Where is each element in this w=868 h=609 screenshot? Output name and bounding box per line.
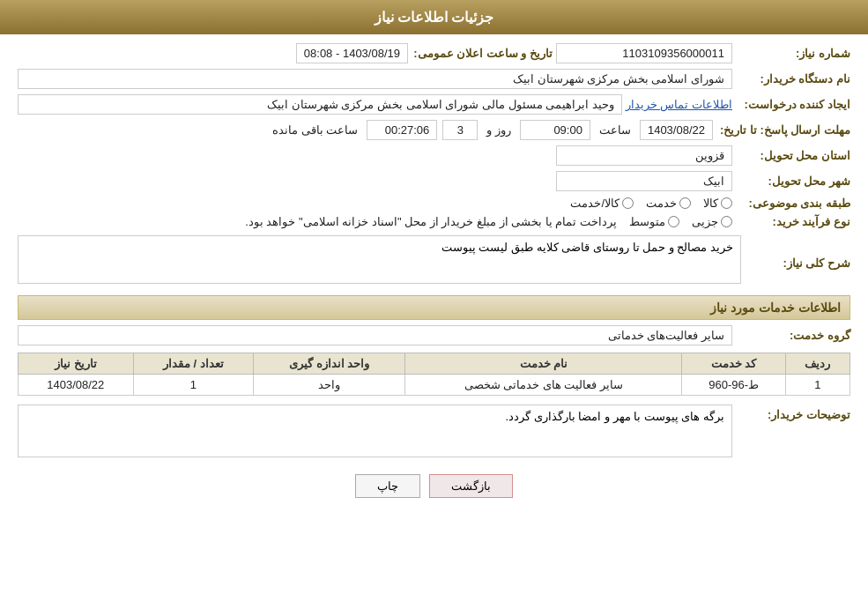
announcement-value: 1403/08/19 - 08:08 — [296, 43, 408, 63]
category-goods-label: کالا — [703, 197, 718, 210]
need-number-value: 1103109356000011 — [556, 43, 732, 63]
page-header: جزئیات اطلاعات نیاز — [0, 0, 868, 34]
cell-row: 1 — [785, 375, 849, 396]
purchase-partial-radio[interactable] — [721, 216, 732, 227]
deadline-days-label: روز و — [486, 123, 511, 137]
buyer-desc-label: توضیحات خریدار: — [736, 405, 850, 421]
province-row: استان محل تحویل: قزوین — [18, 145, 850, 166]
buyer-desc-wrapper — [18, 405, 732, 460]
service-group-row: گروه خدمت: سایر فعالیت‌های خدماتی — [18, 325, 850, 345]
button-row: بازگشت چاپ — [18, 474, 850, 498]
category-service-label: خدمت — [646, 197, 677, 210]
service-group-value: سایر فعالیت‌های خدماتی — [18, 325, 732, 345]
category-both-radio[interactable] — [622, 197, 634, 209]
services-table-section: ردیف کد خدمت نام خدمت واحد اندازه گیری ت… — [18, 353, 850, 396]
main-content: شماره نیاز: 1103109356000011 تاریخ و ساع… — [0, 34, 868, 516]
col-name: نام خدمت — [405, 353, 682, 375]
col-row-num: ردیف — [785, 353, 849, 375]
purchase-partial-item: جزیی — [692, 215, 732, 228]
city-row: شهر محل تحویل: ابیک — [18, 171, 850, 191]
services-section-header: اطلاعات خدمات مورد نیاز — [18, 295, 850, 320]
purchase-partial-label: جزیی — [692, 215, 718, 228]
city-value: ابیک — [556, 171, 732, 191]
category-label: طبقه بندی موضوعی: — [736, 197, 850, 210]
need-number-label: شماره نیاز: — [736, 47, 850, 60]
deadline-remaining: 00:27:06 — [367, 120, 437, 140]
service-group-label: گروه خدمت: — [736, 329, 850, 342]
category-goods-item: کالا — [703, 197, 732, 210]
province-label: استان محل تحویل: — [736, 149, 850, 162]
category-row: طبقه بندی موضوعی: کالا خدمت کالا/خدمت — [18, 197, 850, 210]
buyer-desc-row: توضیحات خریدار: — [18, 405, 850, 460]
page-wrapper: جزئیات اطلاعات نیاز شماره نیاز: 11031093… — [0, 0, 868, 609]
col-quantity: تعداد / مقدار — [133, 353, 254, 375]
purchase-medium-radio[interactable] — [668, 216, 679, 227]
services-section-title: اطلاعات خدمات مورد نیاز — [710, 301, 841, 315]
category-both-label: کالا/خدمت — [570, 197, 619, 210]
deadline-label: مهلت ارسال پاسخ: تا تاریخ: — [718, 123, 850, 137]
deadline-days: 3 — [442, 120, 478, 140]
description-section-row: شرح کلی نیاز: — [18, 235, 850, 286]
purchase-medium-item: متوسط — [629, 215, 679, 228]
deadline-date: 1403/08/22 — [640, 120, 713, 140]
cell-date: 1403/08/22 — [19, 375, 134, 396]
deadline-time-label: ساعت — [599, 123, 631, 137]
buyer-org-row: نام دستگاه خریدار: شورای اسلامی بخش مرکز… — [18, 69, 850, 89]
category-radio-group: کالا خدمت کالا/خدمت — [570, 197, 732, 210]
page-title: جزئیات اطلاعات نیاز — [375, 10, 494, 25]
deadline-remaining-label: ساعت باقی مانده — [272, 123, 358, 137]
cell-code: ط-96-960 — [682, 375, 785, 396]
col-unit: واحد اندازه گیری — [254, 353, 405, 375]
table-row: 1ط-96-960سایر فعالیت هاى خدماتى شخصىواحد… — [19, 375, 850, 396]
col-date: تاریخ نیاز — [19, 353, 134, 375]
purchase-type-label: نوع فرآیند خرید: — [736, 215, 850, 228]
buyer-org-label: نام دستگاه خریدار: — [736, 72, 850, 85]
col-code: کد خدمت — [682, 353, 785, 375]
creator-row: ایجاد کننده درخواست: اطلاعات تماس خریدار… — [18, 94, 850, 115]
creator-value: وحید ابراهیمی مسئول مالی شورای اسلامی بخ… — [18, 94, 622, 115]
table-header-row: ردیف کد خدمت نام خدمت واحد اندازه گیری ت… — [19, 353, 850, 375]
description-box-wrapper — [18, 235, 741, 286]
announcement-label: تاریخ و ساعت اعلان عمومی: — [412, 47, 553, 60]
buyer-desc-textarea[interactable] — [18, 405, 732, 457]
deadline-row: مهلت ارسال پاسخ: تا تاریخ: 1403/08/22 سا… — [18, 120, 850, 140]
services-table: ردیف کد خدمت نام خدمت واحد اندازه گیری ت… — [18, 353, 850, 396]
deadline-time: 09:00 — [520, 120, 590, 140]
description-section-label: شرح کلی نیاز: — [745, 253, 850, 270]
purchase-type-group: جزیی متوسط پرداخت تمام یا بخشی از مبلغ خ… — [18, 215, 732, 228]
creator-link[interactable]: اطلاعات تماس خریدار — [626, 98, 732, 111]
purchase-full-text: پرداخت تمام یا بخشی از مبلغ خریدار از مح… — [18, 215, 617, 228]
purchase-medium-label: متوسط — [629, 215, 665, 228]
category-service-item: خدمت — [646, 197, 691, 210]
cell-unit: واحد — [254, 375, 405, 396]
creator-label: ایجاد کننده درخواست: — [736, 98, 850, 111]
description-textarea[interactable] — [18, 235, 741, 284]
need-number-row: شماره نیاز: 1103109356000011 تاریخ و ساع… — [18, 43, 850, 63]
city-label: شهر محل تحویل: — [736, 175, 850, 188]
purchase-type-row: نوع فرآیند خرید: جزیی متوسط پرداخت تمام … — [18, 215, 850, 228]
category-both-item: کالا/خدمت — [570, 197, 634, 210]
cell-quantity: 1 — [133, 375, 254, 396]
category-goods-radio[interactable] — [721, 197, 732, 209]
category-service-radio[interactable] — [679, 197, 691, 209]
province-value: قزوین — [556, 145, 732, 166]
buyer-org-value: شورای اسلامی بخش مرکزی شهرستان ابیک — [18, 69, 732, 89]
print-button[interactable]: چاپ — [355, 474, 420, 498]
cell-name: سایر فعالیت هاى خدماتى شخصى — [405, 375, 682, 396]
back-button[interactable]: بازگشت — [429, 474, 513, 498]
